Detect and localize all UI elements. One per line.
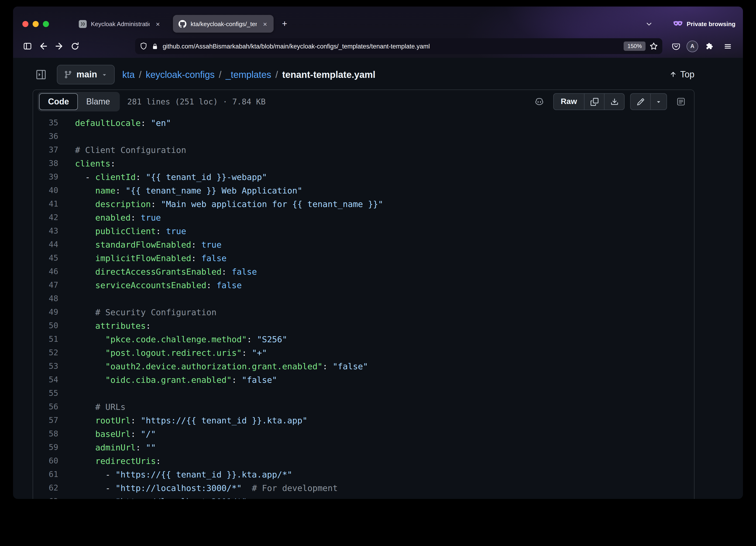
line-number[interactable]: 40 <box>33 184 65 197</box>
line-number[interactable]: 56 <box>33 400 65 414</box>
scroll-to-top-link[interactable]: Top <box>670 69 694 80</box>
line-number[interactable]: 43 <box>33 224 65 238</box>
reload-button[interactable] <box>67 39 83 53</box>
code-text: "pkce.code.challenge.method": "S256" <box>65 333 287 346</box>
github-favicon-icon <box>179 20 186 28</box>
code-line: 40 name: "{{ tenant_name }} Web Applicat… <box>33 184 694 197</box>
download-raw-icon[interactable] <box>604 94 624 110</box>
file-name: tenant-template.yaml <box>282 69 375 80</box>
code-line: 55 <box>33 387 694 400</box>
file-tree-toggle-icon[interactable] <box>33 66 49 83</box>
edit-options-chevron-icon[interactable] <box>650 94 667 110</box>
line-number[interactable]: 37 <box>33 143 65 157</box>
tab-close-icon[interactable]: × <box>154 19 162 28</box>
pocket-icon[interactable] <box>668 39 684 53</box>
line-number[interactable]: 63 <box>33 495 65 499</box>
profile-avatar[interactable]: A <box>687 40 698 52</box>
code-text: "post.logout.redirect.uris": "+" <box>65 346 267 360</box>
code-text <box>65 292 75 306</box>
line-number[interactable]: 59 <box>33 441 65 454</box>
url-bar[interactable]: github.com/AssahBismarkabah/kta/blob/mai… <box>135 38 662 54</box>
edit-pencil-icon[interactable] <box>631 94 650 110</box>
back-button[interactable] <box>35 39 51 53</box>
line-number[interactable]: 44 <box>33 238 65 251</box>
zoom-level-badge[interactable]: 150% <box>624 41 646 51</box>
code-line: 56 # URLs <box>33 400 694 414</box>
code-line: 63 - "https://localhost:3001/*" <box>33 495 694 499</box>
menu-hamburger-icon[interactable] <box>720 39 735 53</box>
minimize-window-button[interactable] <box>33 21 39 27</box>
line-number[interactable]: 38 <box>33 157 65 170</box>
line-number[interactable]: 53 <box>33 360 65 373</box>
line-number[interactable]: 55 <box>33 387 65 400</box>
close-window-button[interactable] <box>22 21 28 27</box>
branch-selector-button[interactable]: main <box>57 65 115 84</box>
line-number[interactable]: 58 <box>33 427 65 441</box>
tracking-protection-shield-icon[interactable] <box>140 42 147 50</box>
code-blame-switch: Code Blame <box>38 92 120 111</box>
line-number[interactable]: 54 <box>33 373 65 387</box>
new-tab-button[interactable]: + <box>278 18 291 30</box>
chevron-down-icon <box>101 71 108 78</box>
tab-code[interactable]: Code <box>39 93 78 110</box>
code-text: - "https://localhost:3001/*" <box>65 495 247 499</box>
line-number[interactable]: 61 <box>33 468 65 481</box>
branch-name: main <box>76 69 97 80</box>
line-number[interactable]: 57 <box>33 414 65 427</box>
lock-icon[interactable] <box>151 43 158 50</box>
tab-github-file[interactable]: kta/keycloak-configs/_template × <box>173 15 274 33</box>
breadcrumb-dir-link[interactable]: _templates <box>226 69 271 80</box>
line-number[interactable]: 41 <box>33 197 65 211</box>
extensions-puzzle-icon[interactable] <box>701 39 717 53</box>
code-line: 47 serviceAccountsEnabled: false <box>33 279 694 292</box>
code-text: baseUrl: "/" <box>65 427 156 441</box>
url-text[interactable]: github.com/AssahBismarkabah/kta/blob/mai… <box>163 43 620 50</box>
tab-blame[interactable]: Blame <box>78 93 118 110</box>
line-number[interactable]: 35 <box>33 116 65 130</box>
breadcrumb-dir-link[interactable]: keycloak-configs <box>146 69 215 80</box>
navigation-toolbar: github.com/AssahBismarkabah/kta/blob/mai… <box>13 35 743 57</box>
tab-keycloak[interactable]: Keycloak Administration Consol × <box>73 15 166 33</box>
copilot-icon[interactable] <box>531 93 548 110</box>
line-number[interactable]: 39 <box>33 170 65 184</box>
line-number[interactable]: 46 <box>33 265 65 279</box>
line-number[interactable]: 52 <box>33 346 65 360</box>
line-number[interactable]: 49 <box>33 306 65 319</box>
line-number[interactable]: 51 <box>33 333 65 346</box>
line-number[interactable]: 36 <box>33 130 65 143</box>
breadcrumb-separator: / <box>275 69 278 80</box>
code-text: serviceAccountsEnabled: false <box>65 279 242 292</box>
code-line: 41 description: "Main web application fo… <box>33 197 694 211</box>
code-text: implicitFlowEnabled: false <box>65 251 227 265</box>
code-line: 58 baseUrl: "/" <box>33 427 694 441</box>
code-line: 42 enabled: true <box>33 211 694 224</box>
code-text: description: "Main web application for {… <box>65 197 383 211</box>
private-browsing-badge: Private browsing <box>673 20 736 27</box>
list-tabs-chevron-icon[interactable] <box>646 20 653 27</box>
tab-close-icon[interactable]: × <box>261 19 269 28</box>
line-number[interactable]: 60 <box>33 454 65 468</box>
code-line: 61 - "https://{{ tenant_id }}.kta.app/*" <box>33 468 694 481</box>
line-number[interactable]: 45 <box>33 251 65 265</box>
titlebar: Keycloak Administration Consol × kta/key… <box>13 7 743 35</box>
code-text <box>65 387 75 400</box>
toolbar-right-buttons: A <box>668 39 735 53</box>
symbols-panel-icon[interactable] <box>673 93 689 110</box>
line-number[interactable]: 50 <box>33 319 65 333</box>
line-number[interactable]: 42 <box>33 211 65 224</box>
breadcrumb-repo-link[interactable]: kta <box>122 69 135 80</box>
screen: Keycloak Administration Consol × kta/key… <box>0 0 756 546</box>
code-text: # Security Configuration <box>65 306 216 319</box>
sidebar-toggle-icon[interactable] <box>20 39 35 53</box>
raw-button[interactable]: Raw <box>554 94 584 110</box>
line-number[interactable]: 62 <box>33 481 65 495</box>
zoom-window-button[interactable] <box>43 21 49 27</box>
line-number[interactable]: 47 <box>33 279 65 292</box>
file-header: main kta / keycloak-configs / _templates… <box>33 64 694 85</box>
bookmark-star-icon[interactable] <box>650 42 658 50</box>
code-text: "oauth2.device.authorization.grant.enabl… <box>65 360 368 373</box>
forward-button[interactable] <box>51 39 67 53</box>
copy-raw-icon[interactable] <box>584 94 604 110</box>
code-text: defaultLocale: "en" <box>65 116 171 130</box>
line-number[interactable]: 48 <box>33 292 65 306</box>
